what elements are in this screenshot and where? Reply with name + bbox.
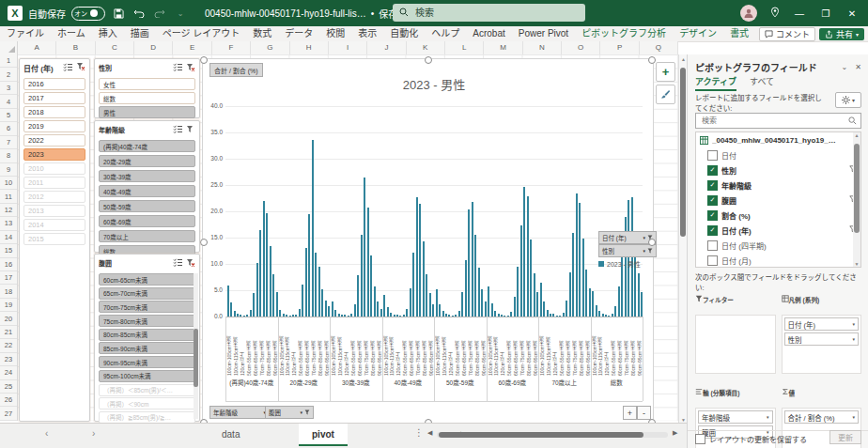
column-header-F[interactable]: F [212, 41, 251, 54]
selection-handle[interactable] [200, 239, 208, 246]
slicer-scrollbar[interactable] [194, 273, 198, 419]
update-button[interactable]: 更新 [829, 430, 861, 444]
ribbon-tab-表示[interactable]: 表示 [351, 26, 383, 41]
chart-title[interactable]: 2023 - 男性 [225, 75, 643, 93]
search-bar[interactable] [393, 4, 585, 22]
row-header-10[interactable]: 10 [0, 177, 17, 190]
slicer-item-2013[interactable]: 2013 [23, 205, 85, 217]
slicer-item-2023[interactable]: 2023 [23, 148, 85, 161]
pane-search-box[interactable] [695, 113, 861, 129]
field-list-scrollbar[interactable]: ▲▼ [853, 132, 860, 267]
slicer-item-（再掲）＜90cm[interactable]: （再掲）＜90cm [99, 397, 195, 409]
row-header-21[interactable]: 21 [0, 326, 17, 339]
field-row-割合 (%)[interactable]: ✓割合 (%) [696, 208, 860, 223]
area-item-合計 / 割合 (%)[interactable]: 合計 / 割合 (%)▾ [784, 410, 860, 424]
sheet-nav-right-icon[interactable]: › [92, 428, 95, 439]
hscroll-right-icon[interactable]: ▶ [673, 429, 677, 437]
slicer-item-80cm-85cm未満[interactable]: 80cm-85cm未満 [99, 329, 195, 341]
column-header-D[interactable]: D [134, 41, 173, 54]
field-row-日付[interactable]: 日付 [696, 147, 860, 162]
ribbon-tab-描画[interactable]: 描画 [124, 26, 156, 41]
ribbon-tab-Acrobat[interactable]: Acrobat [466, 26, 511, 41]
multiselect-icon[interactable] [173, 258, 183, 267]
ribbon-tab-自動化[interactable]: 自動化 [383, 26, 425, 41]
column-header-J[interactable]: J [367, 41, 406, 54]
slicer-日付 (年)[interactable]: 日付 (年)2016201720182019202220232010201120… [19, 58, 90, 422]
column-header-H[interactable]: H [290, 41, 329, 54]
slicer-腹囲[interactable]: 腹囲60cm-65cm未満65cm-70cm未満70cm-75cm未満75cm-… [94, 254, 200, 422]
pane-tab-アクティブ[interactable]: アクティブ [695, 75, 736, 91]
sheet-tab-data[interactable]: data [209, 424, 253, 444]
avatar[interactable] [740, 5, 757, 22]
comments-button[interactable]: コメント [759, 27, 815, 41]
ribbon-tab-ヘルプ[interactable]: ヘルプ [425, 26, 466, 41]
selection-handle[interactable] [648, 239, 656, 246]
ribbon-tab-校閲[interactable]: 校閲 [319, 26, 351, 41]
field-row-年齢階級[interactable]: ✓年齢階級 [696, 178, 860, 193]
clear-filter-icon[interactable] [186, 63, 195, 72]
ribbon-tab-数式[interactable]: 数式 [246, 26, 278, 41]
collapse-field-button[interactable]: - [637, 406, 651, 420]
clear-filter-icon[interactable] [186, 258, 195, 268]
chart-field-button-gender[interactable]: 性別 ▾ [598, 244, 657, 257]
slicer-item-2022[interactable]: 2022 [23, 134, 85, 147]
pane-options-chevron-icon[interactable]: ⌄ [842, 63, 848, 71]
slicer-item-20歳-29歳[interactable]: 20歳-29歳 [99, 155, 195, 167]
presence-pin-icon[interactable] [770, 7, 780, 20]
field-checkbox[interactable] [707, 240, 718, 251]
row-header-16[interactable]: 16 [0, 258, 17, 271]
slicer-item-2010[interactable]: 2010 [23, 162, 85, 175]
multiselect-icon[interactable] [63, 63, 73, 71]
slicer-scrollbar-thumb[interactable] [194, 329, 198, 387]
area-item-日付 (年)[interactable]: 日付 (年)▾ [784, 317, 860, 331]
quick-access-chevron-icon[interactable]: ⌄ [173, 6, 188, 21]
slicer-item-70cm-75cm未満[interactable]: 70cm-75cm未満 [99, 301, 195, 313]
expand-field-button[interactable]: + [623, 406, 637, 420]
close-button[interactable]: ✕ [845, 8, 859, 19]
slicer-item-2012[interactable]: 2012 [23, 191, 85, 203]
selection-handle[interactable] [425, 56, 432, 64]
slicer-item-90cm-95cm未満[interactable]: 90cm-95cm未満 [99, 356, 195, 368]
column-header-N[interactable]: N [523, 41, 562, 54]
row-header-1[interactable]: 1 [0, 54, 17, 68]
column-header-I[interactable]: I [329, 41, 367, 54]
area-well[interactable]: 日付 (年)▾性別▾ [782, 315, 862, 374]
ribbon-tab-Power Pivot[interactable]: Power Pivot [512, 26, 575, 41]
pivot-chart[interactable]: 合計 / 割合 (%) 2023 - 男性 0.05.010.015.020.0… [202, 58, 654, 425]
slicer-item-2014[interactable]: 2014 [23, 219, 85, 231]
ribbon-tab-ピボットグラフ分析[interactable]: ピボットグラフ分析 [575, 26, 673, 41]
tabbar-overflow-icon[interactable]: ⋮ [414, 427, 424, 438]
column-header-G[interactable]: G [251, 41, 289, 54]
minimize-button[interactable]: — [793, 8, 806, 19]
row-header-19[interactable]: 19 [0, 299, 17, 312]
field-row-日付 (四半期)[interactable]: 日付 (四半期) [696, 238, 860, 253]
field-row-日付 (年)[interactable]: ✓日付 (年) [696, 223, 860, 238]
row-headers[interactable]: 1234567891011121314151617181920212223242… [0, 54, 18, 421]
slicer-item-60cm-65cm未満[interactable]: 60cm-65cm未満 [99, 273, 195, 286]
chart-elements-button[interactable]: + [656, 62, 675, 82]
slicer-性別[interactable]: 性別女性総数男性 [94, 58, 200, 118]
field-checkbox[interactable]: ✓ [707, 195, 718, 206]
chart-field-button-age[interactable]: 年齢階級 ▾ [209, 406, 270, 419]
scroll-up-icon[interactable]: ▲ [853, 132, 860, 138]
field-checkbox[interactable] [707, 150, 718, 161]
autosave-toggle[interactable]: オン [71, 7, 105, 21]
slicer-item-50歳-59歳[interactable]: 50歳-59歳 [99, 200, 195, 212]
row-header-7[interactable]: 7 [0, 136, 17, 149]
slicer-item-65cm-70cm未満[interactable]: 65cm-70cm未満 [99, 287, 195, 300]
area-item-性別[interactable]: 性別▾ [784, 332, 860, 346]
column-header-A[interactable]: A [18, 41, 56, 54]
row-header-22[interactable]: 22 [0, 339, 17, 352]
ribbon-tab-ファイル[interactable]: ファイル [0, 26, 51, 41]
selection-handle[interactable] [200, 56, 208, 64]
row-header-17[interactable]: 17 [0, 271, 17, 285]
share-button[interactable]: 共有 ▾ [819, 28, 864, 40]
row-header-25[interactable]: 25 [0, 380, 17, 394]
clear-filter-icon[interactable] [186, 125, 195, 134]
table-row[interactable]: _00450_mhlw_00450171_hyo19_… [696, 132, 860, 147]
scroll-down-icon[interactable]: ▼ [853, 261, 860, 267]
area-item-年齢階級[interactable]: 年齢階級▾ [698, 410, 773, 424]
area-well[interactable] [695, 315, 776, 374]
row-header-18[interactable]: 18 [0, 285, 17, 298]
redo-icon[interactable] [152, 6, 167, 21]
